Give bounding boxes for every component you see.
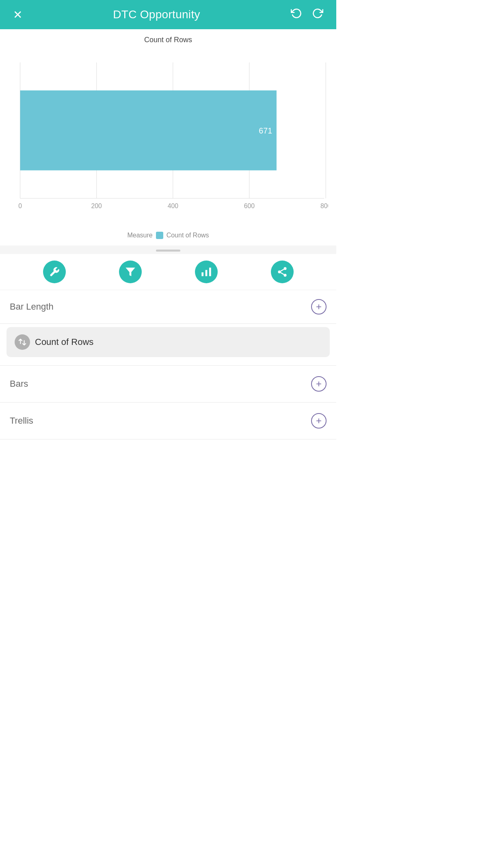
filter-icon [125, 266, 136, 278]
svg-text:600: 600 [244, 202, 255, 209]
svg-text:400: 400 [168, 202, 179, 209]
close-button[interactable]: ✕ [10, 5, 26, 25]
bars-section-row: Bars + [0, 366, 336, 403]
chart-area: 0 200 400 600 800 671 [8, 49, 328, 228]
svg-point-18 [283, 274, 286, 277]
filter-button[interactable] [119, 261, 142, 283]
trellis-add-button[interactable]: + [311, 413, 327, 429]
wrench-icon [49, 266, 60, 278]
settings-button[interactable] [43, 261, 66, 283]
header-actions [288, 4, 327, 25]
svg-text:800: 800 [320, 202, 328, 209]
svg-line-20 [281, 269, 284, 271]
chart-container: Count of Rows 0 200 400 600 800 671 [0, 29, 336, 246]
count-of-rows-field[interactable]: Count of Rows [6, 327, 330, 357]
bars-label: Bars [10, 379, 28, 389]
drag-handle[interactable] [156, 250, 180, 252]
svg-rect-13 [209, 268, 211, 276]
svg-text:200: 200 [91, 202, 102, 209]
drag-handle-area[interactable] [0, 246, 336, 254]
chart-title: Count of Rows [8, 36, 328, 44]
svg-text:0: 0 [18, 202, 22, 209]
svg-point-16 [283, 267, 286, 270]
svg-line-19 [281, 273, 284, 275]
chart-legend: Measure Count of Rows [8, 228, 328, 246]
svg-rect-15 [201, 272, 203, 276]
bar-length-section: Bar Length + Count of Rows [0, 290, 336, 366]
count-of-rows-label: Count of Rows [35, 337, 93, 347]
sort-icon [15, 334, 30, 350]
app-header: ✕ DTC Opportunity [0, 0, 336, 29]
bottom-panel: Bar Length + Count of Rows Bars + Trelli… [0, 254, 336, 439]
trellis-section-row: Trellis + [0, 403, 336, 439]
legend-color-box [156, 232, 163, 239]
undo-button[interactable] [288, 4, 305, 25]
share-icon [277, 266, 288, 278]
svg-point-17 [278, 271, 281, 274]
legend-measure-label: Measure [127, 232, 152, 239]
svg-rect-14 [205, 270, 207, 276]
chart-button[interactable] [195, 261, 218, 283]
bar-chart-svg: 0 200 400 600 800 671 [8, 49, 328, 228]
bars-add-button[interactable]: + [311, 376, 327, 392]
svg-text:671: 671 [259, 126, 272, 135]
svg-marker-12 [125, 268, 135, 276]
redo-button[interactable] [309, 4, 327, 25]
share-button[interactable] [271, 261, 294, 283]
chart-icon [201, 266, 212, 278]
page-title: DTC Opportunity [113, 8, 200, 21]
bar-length-label: Bar Length [10, 302, 54, 312]
toolbar [0, 254, 336, 290]
bar-length-add-button[interactable]: + [311, 299, 327, 314]
legend-count-label: Count of Rows [167, 232, 209, 239]
bar-rect [20, 90, 277, 170]
bar-length-row: Bar Length + [0, 290, 336, 324]
trellis-label: Trellis [10, 416, 33, 426]
